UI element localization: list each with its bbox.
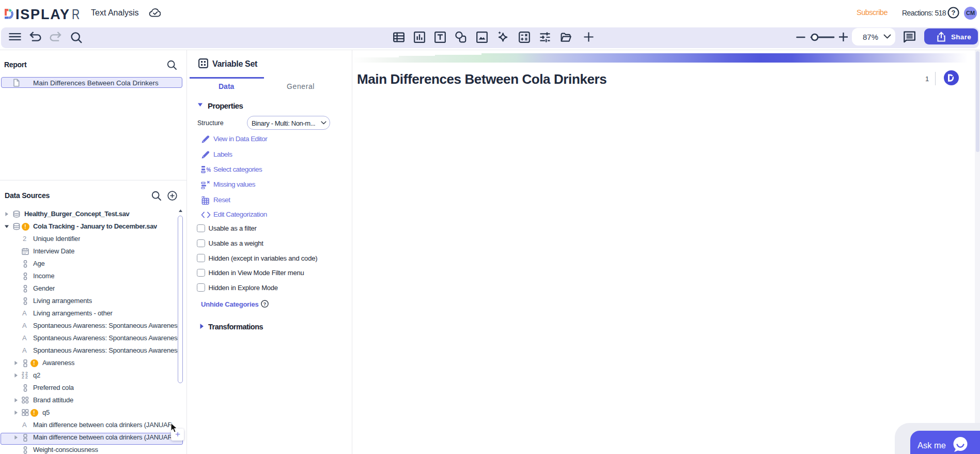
svg-text:?: ? — [263, 301, 267, 307]
svg-text:%: % — [207, 167, 211, 173]
svg-text:?: ? — [952, 9, 956, 17]
